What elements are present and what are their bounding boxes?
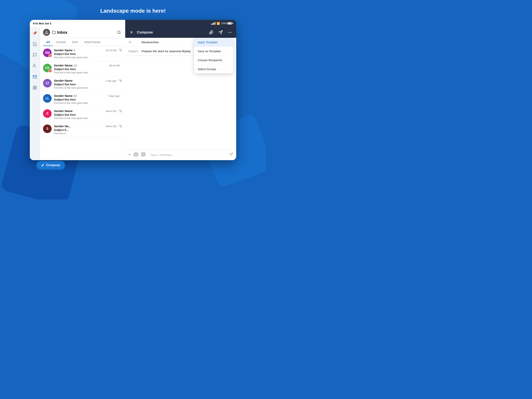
attachment-icon: 📎 xyxy=(119,124,122,128)
avatar: CK 1 xyxy=(43,64,52,72)
attachment-icon: 📎 xyxy=(119,79,122,82)
message-item[interactable]: S Sender Na... Mmm DD Subject li... Firs… xyxy=(40,122,125,137)
message-item[interactable]: SM 2 Sender Name 3 09:15 AM Subject line… xyxy=(40,46,125,61)
avatar: SM 2 xyxy=(43,49,52,57)
svg-point-13 xyxy=(135,154,137,155)
message-preview: First line of the note goes here xyxy=(54,71,120,74)
inbox-header: Inbox xyxy=(40,27,125,38)
compose-header: ✕ Compose xyxy=(125,27,236,38)
user-avatar[interactable] xyxy=(43,29,50,36)
sender-name: Sender Name 3 xyxy=(54,49,75,52)
message-time: 09:15 AM xyxy=(106,49,116,52)
tab-unread[interactable]: Unread xyxy=(53,38,69,46)
sidebar-icon-mail[interactable] xyxy=(32,74,38,80)
add-icon[interactable]: + xyxy=(128,153,131,157)
message-item[interactable]: ZZ Sender Name 1 day ago Subject line he… xyxy=(40,77,125,92)
message-input[interactable]: Type a message... xyxy=(149,153,226,156)
inbox-title: Inbox xyxy=(52,30,114,35)
message-subject: Subject line here xyxy=(54,68,120,71)
tab-all[interactable]: All xyxy=(43,38,53,46)
send-button[interactable] xyxy=(217,29,224,35)
more-options-button[interactable] xyxy=(227,29,233,35)
sidebar-icon-pin[interactable]: 📌 xyxy=(32,30,38,36)
message-subject: Subject li... xyxy=(54,129,116,131)
svg-rect-4 xyxy=(35,88,36,89)
avatar: S xyxy=(43,109,52,118)
message-content: Sender Name Mmm DD Subject line here Fir… xyxy=(54,109,116,120)
message-content: Sender Name 22 7 days ago Subject line h… xyxy=(54,94,120,104)
message-subject: Subject line here xyxy=(54,113,116,116)
sender-name: Sender Name 13 xyxy=(54,64,77,67)
message-preview: First line of the note goes here xyxy=(54,102,120,104)
message-content: Sender Na... Mmm DD Subject li... First … xyxy=(54,124,116,135)
battery-icon: 100% xyxy=(221,22,233,25)
message-list: SM 2 Sender Name 3 09:15 AM Subject line… xyxy=(40,46,125,160)
message-content: Sender Name 3 09:15 AM Subject line here… xyxy=(54,49,116,59)
inbox-label: Inbox xyxy=(57,30,67,35)
sidebar-icon-checklist[interactable] xyxy=(32,41,38,47)
status-bar-right: 📶 100% xyxy=(125,20,236,27)
signal-icon xyxy=(211,22,215,25)
message-time: Mmm DD xyxy=(106,125,116,128)
sender-name: Sender Na... xyxy=(54,124,71,128)
dropdown-item-1[interactable]: Save as Template xyxy=(194,47,233,56)
badge: 2 xyxy=(49,54,52,58)
message-time: 08:34 AM xyxy=(109,64,120,67)
page-title: Landscape mode is here! xyxy=(0,0,266,20)
message-icons: 📎 xyxy=(119,109,122,112)
message-preview: First line of the note goes here xyxy=(54,56,116,59)
svg-point-10 xyxy=(228,32,229,33)
tab-sent[interactable]: Sent xyxy=(69,38,81,46)
message-content: Sender Name 1 day ago Subject line here … xyxy=(54,79,116,89)
svg-line-7 xyxy=(120,33,120,34)
sender-name: Sender Name xyxy=(54,79,73,82)
svg-rect-3 xyxy=(33,88,34,89)
fab-label: Compose xyxy=(46,163,60,167)
search-button[interactable] xyxy=(116,29,122,35)
sidebar-icon-chat[interactable] xyxy=(32,52,38,58)
image-icon[interactable] xyxy=(141,152,146,157)
compose-actions xyxy=(208,29,233,35)
message-content: Sender Name 13 08:34 AM Subject line her… xyxy=(54,64,120,74)
tabs-row: All Unread Sent Attachments xyxy=(40,38,125,46)
message-subject: Subject line here xyxy=(54,52,116,56)
dropdown-item-3[interactable]: Select Groups xyxy=(194,65,233,73)
svg-point-15 xyxy=(142,153,143,154)
message-icons: 📎 xyxy=(119,79,122,82)
svg-point-0 xyxy=(33,64,35,66)
status-time: 9:41 Mon Jun 3 xyxy=(33,22,51,25)
attachment-button[interactable] xyxy=(208,29,214,35)
camera-icon[interactable] xyxy=(134,152,138,157)
status-bar-left: 9:41 Mon Jun 3 xyxy=(30,20,125,27)
subject-label: Subject xyxy=(128,50,140,53)
dropdown-item-0[interactable]: Apply Template xyxy=(194,38,233,47)
device-frame: 9:41 Mon Jun 3 📶 100% 📌 xyxy=(30,20,236,160)
inbox-panel: Inbox All Unread Sent Attachments xyxy=(40,27,125,160)
message-item[interactable]: CK 1 Sender Name 13 08:34 AM Subject lin… xyxy=(40,61,125,77)
message-time: 7 days ago xyxy=(107,95,120,97)
avatar: S xyxy=(43,124,52,133)
badge: 1 xyxy=(49,69,52,73)
svg-rect-2 xyxy=(35,86,36,87)
sender-name: Sender Name 22 xyxy=(54,94,77,97)
message-icons: 📎 xyxy=(119,124,122,128)
message-item[interactable]: S Sender Name Mmm DD Subject line here F… xyxy=(40,107,125,122)
sidebar-icon-grid[interactable] xyxy=(32,84,38,91)
svg-point-12 xyxy=(231,32,232,33)
message-item[interactable]: LL Sender Name 22 7 days ago Subject lin… xyxy=(40,92,125,107)
message-subject: Subject line here xyxy=(54,98,120,101)
to-label: To xyxy=(128,40,140,44)
status-bar-row: 9:41 Mon Jun 3 📶 100% xyxy=(30,20,236,27)
avatar: LL xyxy=(43,94,52,103)
send-footer-button[interactable] xyxy=(229,152,233,157)
tab-attachments[interactable]: Attachments xyxy=(81,38,103,46)
wifi-icon: 📶 xyxy=(216,22,220,25)
close-button[interactable]: ✕ xyxy=(128,29,134,35)
attachment-icon: 📎 xyxy=(119,109,122,112)
message-icons: 📎 xyxy=(119,49,122,52)
message-preview: First line of the note goes here xyxy=(54,117,116,120)
dropdown-item-2[interactable]: Choose Recipients xyxy=(194,56,233,65)
sidebar-icon-person[interactable] xyxy=(32,63,38,69)
avatar: ZZ xyxy=(43,79,52,87)
compose-title: Compose xyxy=(137,30,206,34)
